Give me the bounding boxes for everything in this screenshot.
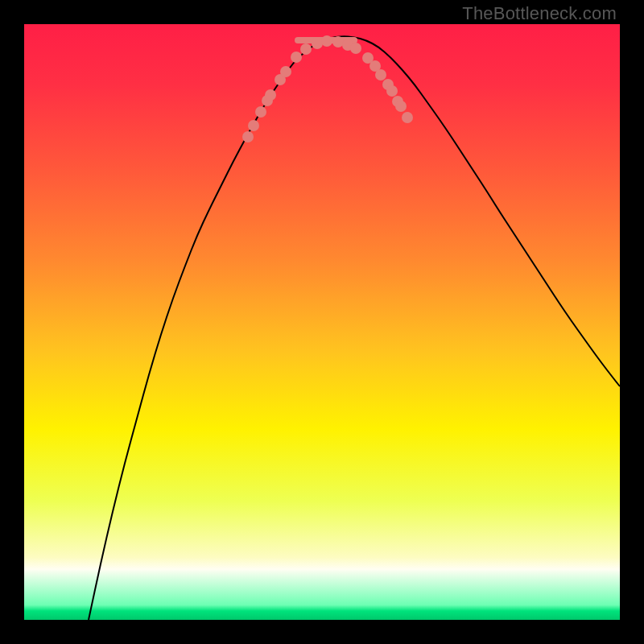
data-marker [375, 69, 386, 80]
data-marker [332, 36, 344, 47]
bottleneck-chart [24, 24, 620, 620]
data-marker [395, 101, 407, 112]
data-marker [386, 85, 398, 97]
data-marker [312, 38, 323, 49]
data-marker [242, 131, 254, 142]
data-marker [265, 89, 276, 101]
plot-frame [24, 24, 620, 620]
data-marker [291, 52, 302, 63]
data-marker [300, 43, 312, 55]
data-marker [248, 120, 259, 131]
data-marker [255, 106, 266, 118]
data-marker [350, 43, 361, 54]
data-marker [321, 35, 332, 47]
data-marker [280, 66, 291, 77]
gradient-background [24, 24, 620, 620]
data-marker [402, 112, 413, 123]
watermark-text: TheBottleneck.com [462, 3, 617, 24]
